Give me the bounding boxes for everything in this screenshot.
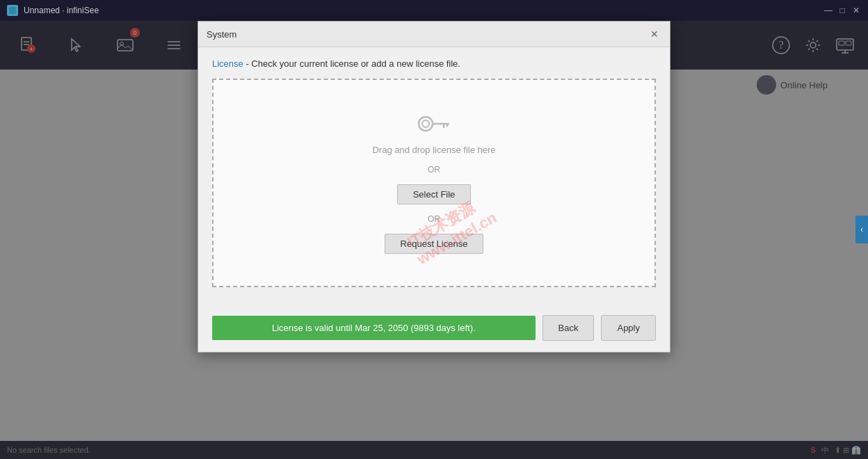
close-window-button[interactable]: ✕ — [851, 6, 861, 15]
app-title: Unnamed · infiniSee — [24, 6, 99, 15]
apply-button[interactable]: Apply — [601, 315, 656, 341]
minimize-button[interactable]: — — [823, 6, 833, 15]
sidebar-toggle[interactable]: ‹ — [855, 216, 868, 243]
dialog-body: License - Check your current license or … — [198, 47, 670, 308]
license-status: License is valid until Mar 25, 2050 (989… — [212, 316, 536, 340]
dialog-titlebar: System ✕ — [198, 22, 670, 47]
system-dialog: System ✕ License - Check your current li… — [198, 21, 670, 353]
key-icon — [417, 113, 451, 135]
back-button[interactable]: Back — [542, 315, 595, 341]
request-license-button[interactable]: Request License — [385, 234, 484, 254]
dialog-close-button[interactable]: ✕ — [648, 27, 661, 41]
dialog-subtitle-text: - Check your current license or add a ne… — [243, 58, 460, 69]
svg-point-36 — [419, 117, 433, 131]
dialog-footer: License is valid until Mar 25, 2050 (989… — [198, 308, 670, 352]
svg-point-37 — [422, 120, 429, 127]
dialog-title: System — [207, 29, 236, 40]
license-link[interactable]: License — [212, 58, 243, 69]
maximize-button[interactable]: □ — [837, 6, 847, 15]
titlebar: Unnamed · infiniSee — □ ✕ — [0, 0, 868, 21]
dialog-subtitle: License - Check your current license or … — [212, 58, 656, 69]
titlebar-left: Unnamed · infiniSee — [7, 5, 99, 16]
select-file-button[interactable]: Select File — [397, 184, 472, 204]
or-text-2: OR — [428, 214, 440, 224]
svg-rect-0 — [9, 7, 16, 14]
drag-drop-text: Drag and drop license file here — [372, 145, 495, 155]
window-controls: — □ ✕ — [823, 6, 861, 15]
drop-zone[interactable]: Drag and drop license file here OR Selec… — [212, 79, 656, 287]
or-text-1: OR — [428, 165, 440, 175]
app-icon — [7, 5, 18, 16]
